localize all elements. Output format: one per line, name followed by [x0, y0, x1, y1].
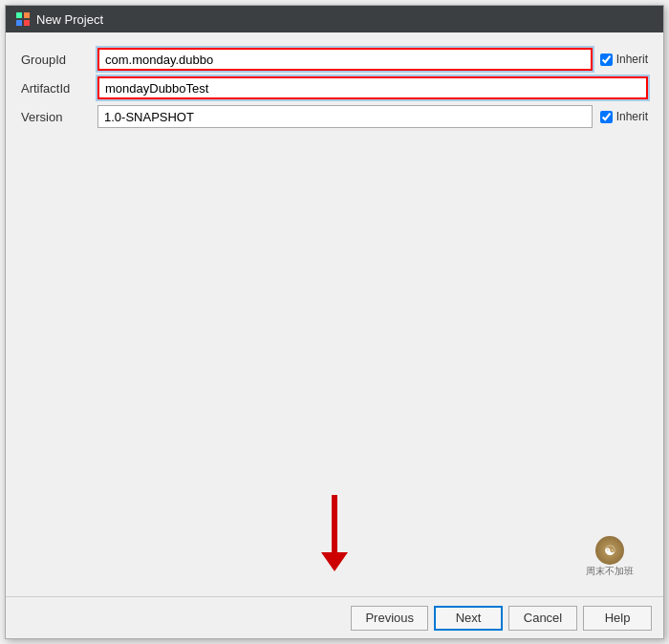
previous-button[interactable]: Previous [351, 606, 428, 631]
version-input-wrapper [97, 105, 593, 128]
version-inherit-label: Inherit [616, 110, 648, 123]
version-label: Version [21, 110, 97, 124]
help-button[interactable]: Help [583, 606, 652, 631]
main-content-area: ☯ 周末不加班 [21, 134, 648, 581]
title-bar: New Project [6, 6, 663, 32]
cancel-button[interactable]: Cancel [508, 606, 577, 631]
version-input[interactable] [97, 105, 593, 128]
svg-rect-2 [16, 20, 22, 26]
artifact-id-row: ArtifactId [21, 76, 648, 99]
watermark-area: ☯ 周末不加班 [572, 533, 648, 581]
dialog-body: GroupId Inherit ArtifactId Version [6, 32, 663, 596]
arrow-indicator [321, 495, 348, 571]
svg-rect-3 [24, 20, 30, 26]
artifact-id-input-wrapper [97, 76, 648, 99]
svg-rect-1 [24, 12, 30, 18]
version-inherit-checkbox[interactable] [600, 111, 613, 123]
next-button[interactable]: Next [434, 606, 503, 631]
version-inherit: Inherit [600, 110, 648, 123]
watermark-text: 周末不加班 [586, 565, 634, 578]
dialog-icon [15, 11, 31, 27]
new-project-dialog: New Project GroupId Inherit ArtifactId V… [5, 5, 664, 639]
group-id-input[interactable] [97, 48, 593, 71]
group-id-input-wrapper [97, 48, 593, 71]
dialog-title: New Project [36, 12, 103, 27]
watermark-icon: ☯ [595, 536, 624, 565]
group-id-inherit-label: Inherit [616, 53, 648, 66]
svg-rect-0 [16, 12, 22, 18]
dialog-footer: Previous Next Cancel Help [6, 596, 663, 638]
artifact-id-input[interactable] [97, 76, 648, 99]
version-row: Version Inherit [21, 105, 648, 128]
group-id-inherit-checkbox[interactable] [600, 54, 613, 66]
artifact-id-label: ArtifactId [21, 81, 97, 96]
group-id-row: GroupId Inherit [21, 48, 648, 71]
group-id-label: GroupId [21, 53, 97, 67]
group-id-inherit: Inherit [600, 53, 648, 66]
